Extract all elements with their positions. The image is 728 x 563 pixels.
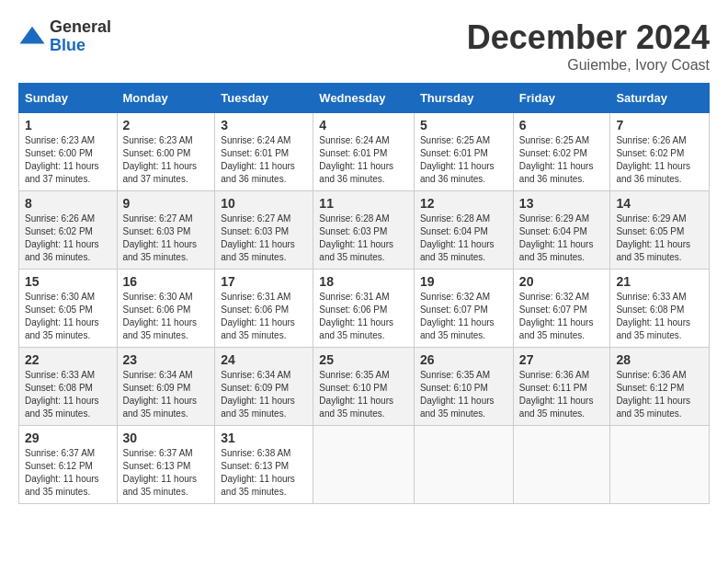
day-info: Sunrise: 6:31 AMSunset: 6:06 PMDaylight:…: [319, 291, 408, 342]
calendar-cell: [414, 426, 513, 504]
day-number: 30: [123, 431, 210, 445]
day-info: Sunrise: 6:25 AMSunset: 6:02 PMDaylight:…: [519, 134, 605, 186]
day-number: 21: [616, 274, 703, 289]
header-day-friday: Friday: [513, 84, 610, 113]
calendar-cell: 25Sunrise: 6:35 AMSunset: 6:10 PMDayligh…: [313, 348, 415, 426]
day-number: 19: [420, 274, 507, 289]
day-info: Sunrise: 6:32 AMSunset: 6:07 PMDaylight:…: [519, 291, 605, 342]
calendar-cell: 29Sunrise: 6:37 AMSunset: 6:12 PMDayligh…: [19, 426, 118, 504]
header-day-saturday: Saturday: [610, 84, 710, 113]
calendar-cell: 1Sunrise: 6:23 AMSunset: 6:00 PMDaylight…: [19, 113, 118, 191]
calendar-cell: 6Sunrise: 6:25 AMSunset: 6:02 PMDaylight…: [513, 113, 610, 191]
title-section: December 2024 Guiembe, Ivory Coast: [467, 18, 710, 74]
calendar-cell: 10Sunrise: 6:27 AMSunset: 6:03 PMDayligh…: [215, 191, 313, 270]
day-number: 28: [616, 352, 703, 367]
day-number: 13: [519, 196, 605, 211]
header-day-wednesday: Wednesday: [313, 84, 415, 113]
day-number: 7: [616, 118, 703, 132]
calendar-cell: [313, 426, 415, 504]
day-number: 4: [319, 118, 408, 132]
month-title: December 2024: [467, 18, 710, 57]
svg-marker-0: [20, 27, 45, 44]
day-info: Sunrise: 6:37 AMSunset: 6:13 PMDaylight:…: [123, 447, 210, 499]
day-number: 10: [221, 196, 307, 211]
logo-blue: Blue: [50, 37, 111, 55]
calendar-cell: 12Sunrise: 6:28 AMSunset: 6:04 PMDayligh…: [414, 191, 513, 270]
header-day-sunday: Sunday: [19, 84, 118, 113]
day-number: 12: [420, 196, 507, 211]
day-info: Sunrise: 6:36 AMSunset: 6:11 PMDaylight:…: [519, 369, 605, 420]
calendar-cell: 24Sunrise: 6:34 AMSunset: 6:09 PMDayligh…: [215, 348, 313, 426]
day-info: Sunrise: 6:23 AMSunset: 6:00 PMDaylight:…: [25, 134, 111, 186]
day-number: 5: [420, 118, 507, 132]
day-info: Sunrise: 6:33 AMSunset: 6:08 PMDaylight:…: [616, 291, 703, 342]
calendar-cell: 4Sunrise: 6:24 AMSunset: 6:01 PMDaylight…: [313, 113, 415, 191]
day-number: 16: [123, 274, 210, 289]
calendar-cell: 7Sunrise: 6:26 AMSunset: 6:02 PMDaylight…: [610, 113, 710, 191]
day-number: 29: [25, 431, 111, 445]
day-info: Sunrise: 6:28 AMSunset: 6:03 PMDaylight:…: [319, 213, 408, 264]
calendar-cell: 15Sunrise: 6:30 AMSunset: 6:05 PMDayligh…: [19, 270, 118, 348]
calendar-cell: 30Sunrise: 6:37 AMSunset: 6:13 PMDayligh…: [117, 426, 215, 504]
day-number: 17: [221, 274, 307, 289]
day-info: Sunrise: 6:27 AMSunset: 6:03 PMDaylight:…: [123, 213, 210, 264]
header-day-thursday: Thursday: [414, 84, 513, 113]
day-info: Sunrise: 6:34 AMSunset: 6:09 PMDaylight:…: [123, 369, 210, 420]
calendar-cell: 19Sunrise: 6:32 AMSunset: 6:07 PMDayligh…: [414, 270, 513, 348]
day-number: 3: [221, 118, 307, 132]
calendar-week-row: 1Sunrise: 6:23 AMSunset: 6:00 PMDaylight…: [19, 113, 710, 191]
calendar-cell: 3Sunrise: 6:24 AMSunset: 6:01 PMDaylight…: [215, 113, 313, 191]
day-info: Sunrise: 6:26 AMSunset: 6:02 PMDaylight:…: [25, 213, 111, 264]
calendar-cell: 22Sunrise: 6:33 AMSunset: 6:08 PMDayligh…: [19, 348, 118, 426]
day-info: Sunrise: 6:29 AMSunset: 6:04 PMDaylight:…: [519, 213, 605, 264]
day-info: Sunrise: 6:36 AMSunset: 6:12 PMDaylight:…: [616, 369, 703, 420]
calendar-week-row: 15Sunrise: 6:30 AMSunset: 6:05 PMDayligh…: [19, 270, 710, 348]
calendar-cell: [610, 426, 710, 504]
day-number: 1: [25, 118, 111, 132]
day-number: 8: [25, 196, 111, 211]
day-number: 24: [221, 352, 307, 367]
calendar-cell: 14Sunrise: 6:29 AMSunset: 6:05 PMDayligh…: [610, 191, 710, 270]
calendar-cell: [513, 426, 610, 504]
logo-general: General: [50, 18, 111, 37]
calendar-cell: 31Sunrise: 6:38 AMSunset: 6:13 PMDayligh…: [215, 426, 313, 504]
calendar-cell: 27Sunrise: 6:36 AMSunset: 6:11 PMDayligh…: [513, 348, 610, 426]
calendar-cell: 2Sunrise: 6:23 AMSunset: 6:00 PMDaylight…: [117, 113, 215, 191]
calendar-week-row: 22Sunrise: 6:33 AMSunset: 6:08 PMDayligh…: [19, 348, 710, 426]
day-info: Sunrise: 6:27 AMSunset: 6:03 PMDaylight:…: [221, 213, 307, 264]
calendar-cell: 18Sunrise: 6:31 AMSunset: 6:06 PMDayligh…: [313, 270, 415, 348]
calendar-cell: 9Sunrise: 6:27 AMSunset: 6:03 PMDaylight…: [117, 191, 215, 270]
calendar-cell: 20Sunrise: 6:32 AMSunset: 6:07 PMDayligh…: [513, 270, 610, 348]
day-number: 14: [616, 196, 703, 211]
day-info: Sunrise: 6:30 AMSunset: 6:06 PMDaylight:…: [123, 291, 210, 342]
day-info: Sunrise: 6:25 AMSunset: 6:01 PMDaylight:…: [420, 134, 507, 186]
header-day-tuesday: Tuesday: [215, 84, 313, 113]
day-number: 2: [123, 118, 210, 132]
calendar-table: SundayMondayTuesdayWednesdayThursdayFrid…: [18, 83, 710, 504]
calendar-cell: 17Sunrise: 6:31 AMSunset: 6:06 PMDayligh…: [215, 270, 313, 348]
day-info: Sunrise: 6:34 AMSunset: 6:09 PMDaylight:…: [221, 369, 307, 420]
day-number: 25: [319, 352, 408, 367]
day-number: 26: [420, 352, 507, 367]
day-info: Sunrise: 6:29 AMSunset: 6:05 PMDaylight:…: [616, 213, 703, 264]
calendar-cell: 23Sunrise: 6:34 AMSunset: 6:09 PMDayligh…: [117, 348, 215, 426]
calendar-week-row: 8Sunrise: 6:26 AMSunset: 6:02 PMDaylight…: [19, 191, 710, 270]
calendar-cell: 26Sunrise: 6:35 AMSunset: 6:10 PMDayligh…: [414, 348, 513, 426]
day-number: 9: [123, 196, 210, 211]
calendar-header-row: SundayMondayTuesdayWednesdayThursdayFrid…: [19, 84, 710, 113]
day-info: Sunrise: 6:35 AMSunset: 6:10 PMDaylight:…: [319, 369, 408, 420]
calendar-cell: 5Sunrise: 6:25 AMSunset: 6:01 PMDaylight…: [414, 113, 513, 191]
day-info: Sunrise: 6:30 AMSunset: 6:05 PMDaylight:…: [25, 291, 111, 342]
calendar-cell: 8Sunrise: 6:26 AMSunset: 6:02 PMDaylight…: [19, 191, 118, 270]
day-info: Sunrise: 6:32 AMSunset: 6:07 PMDaylight:…: [420, 291, 507, 342]
logo-icon: [18, 23, 46, 51]
calendar-cell: 11Sunrise: 6:28 AMSunset: 6:03 PMDayligh…: [313, 191, 415, 270]
day-info: Sunrise: 6:37 AMSunset: 6:12 PMDaylight:…: [25, 447, 111, 499]
logo: General Blue: [18, 18, 111, 55]
location-title: Guiembe, Ivory Coast: [467, 57, 710, 74]
calendar-cell: 28Sunrise: 6:36 AMSunset: 6:12 PMDayligh…: [610, 348, 710, 426]
day-info: Sunrise: 6:26 AMSunset: 6:02 PMDaylight:…: [616, 134, 703, 186]
day-number: 23: [123, 352, 210, 367]
day-number: 20: [519, 274, 605, 289]
day-info: Sunrise: 6:35 AMSunset: 6:10 PMDaylight:…: [420, 369, 507, 420]
